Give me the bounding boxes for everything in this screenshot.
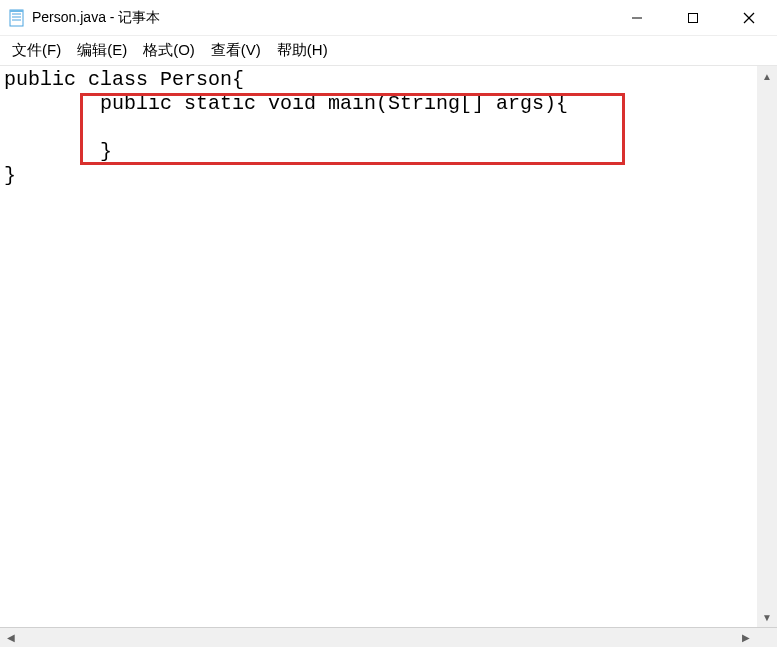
svg-rect-6 — [689, 14, 698, 23]
scroll-up-icon[interactable]: ▲ — [757, 66, 777, 86]
close-button[interactable] — [721, 0, 777, 36]
menu-format[interactable]: 格式(O) — [135, 37, 203, 64]
editor-area: public class Person{ public static void … — [0, 66, 777, 627]
menu-view[interactable]: 查看(V) — [203, 37, 269, 64]
menu-edit[interactable]: 编辑(E) — [69, 37, 135, 64]
svg-rect-4 — [10, 10, 23, 12]
titlebar: Person.java - 记事本 — [0, 0, 777, 36]
scroll-right-icon[interactable]: ▶ — [737, 630, 755, 646]
svg-rect-0 — [10, 10, 23, 26]
statusbar: ◀ ▶ — [0, 627, 777, 647]
menu-help[interactable]: 帮助(H) — [269, 37, 336, 64]
resize-grip-icon — [757, 628, 777, 648]
menubar: 文件(F) 编辑(E) 格式(O) 查看(V) 帮助(H) — [0, 36, 777, 66]
minimize-button[interactable] — [609, 0, 665, 36]
window-controls — [609, 0, 777, 35]
text-editor[interactable]: public class Person{ public static void … — [0, 66, 777, 627]
maximize-button[interactable] — [665, 0, 721, 36]
menu-file[interactable]: 文件(F) — [4, 37, 69, 64]
scroll-down-icon[interactable]: ▼ — [757, 607, 777, 627]
window-title: Person.java - 记事本 — [32, 9, 609, 27]
scroll-left-icon[interactable]: ◀ — [2, 630, 20, 646]
vscroll-track[interactable] — [757, 86, 777, 607]
notepad-icon — [8, 9, 26, 27]
horizontal-scrollbar[interactable]: ◀ ▶ — [0, 628, 757, 648]
vertical-scrollbar[interactable]: ▲ ▼ — [757, 66, 777, 627]
